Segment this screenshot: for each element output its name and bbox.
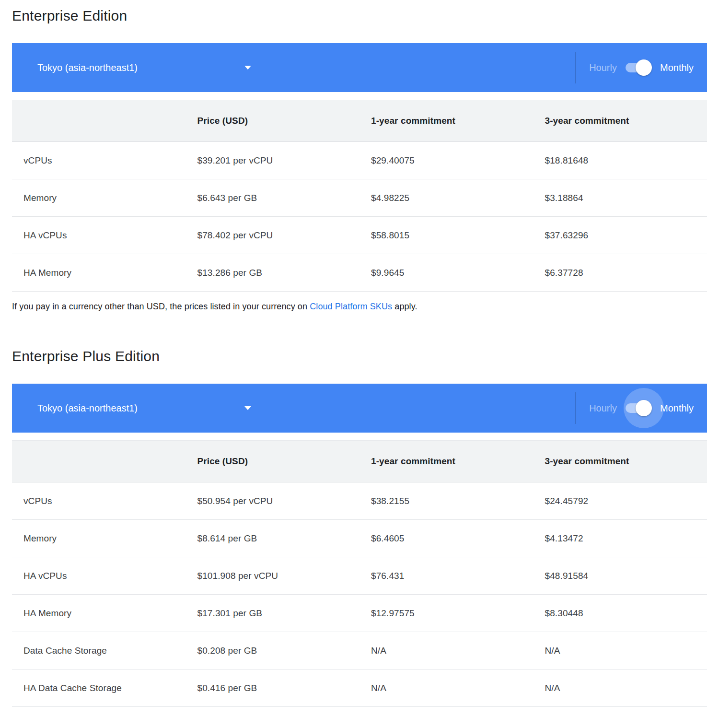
hourly-label[interactable]: Hourly: [589, 403, 617, 414]
row-price: $13.286 per GB: [186, 254, 360, 292]
row-one-year: $38.2155: [360, 482, 533, 520]
billing-period-switch[interactable]: [626, 63, 650, 72]
row-three-year: $6.37728: [533, 254, 707, 292]
footnote-text-after: apply.: [392, 302, 417, 311]
header-one-year: 1-year commitment: [360, 100, 533, 142]
billing-period-toggle-group: Hourly Monthly: [575, 392, 694, 424]
row-price: $17.301 per GB: [186, 595, 360, 632]
row-price: $0.208 per GB: [186, 632, 360, 669]
row-one-year: $9.9645: [360, 254, 533, 292]
table-row: HA vCPUs $78.402 per vCPU $58.8015 $37.6…: [12, 217, 707, 254]
row-label: vCPUs: [12, 482, 186, 520]
billing-period-toggle-group: Hourly Monthly: [575, 52, 694, 83]
row-label: HA Memory: [12, 254, 186, 292]
row-three-year: $18.81648: [533, 142, 707, 179]
row-one-year: $6.4605: [360, 520, 533, 557]
header-three-year: 3-year commitment: [533, 100, 707, 142]
row-one-year: $29.40075: [360, 142, 533, 179]
row-three-year: $37.63296: [533, 217, 707, 254]
row-price: $39.201 per vCPU: [186, 142, 360, 179]
header-three-year: 3-year commitment: [533, 441, 707, 482]
row-one-year: $4.98225: [360, 179, 533, 217]
region-select-value: Tokyo (asia-northeast1): [37, 62, 138, 73]
row-label: HA vCPUs: [12, 557, 186, 595]
row-label: Memory: [12, 179, 186, 217]
row-three-year: $24.45792: [533, 482, 707, 520]
switch-knob: [636, 400, 652, 416]
region-select-value: Tokyo (asia-northeast1): [37, 403, 138, 414]
table-row: vCPUs $50.954 per vCPU $38.2155 $24.4579…: [12, 482, 707, 520]
section-enterprise-plus-edition: Enterprise Plus Edition Tokyo (asia-nort…: [12, 347, 707, 707]
row-price: $0.416 per GB: [186, 669, 360, 707]
row-three-year: $3.18864: [533, 179, 707, 217]
row-price: $8.614 per GB: [186, 520, 360, 557]
row-label: vCPUs: [12, 142, 186, 179]
row-label: HA vCPUs: [12, 217, 186, 254]
row-three-year: $4.13472: [533, 520, 707, 557]
row-one-year: $58.8015: [360, 217, 533, 254]
region-bar: Tokyo (asia-northeast1) Hourly Monthly: [12, 43, 707, 92]
region-select[interactable]: Tokyo (asia-northeast1): [37, 62, 254, 73]
table-row: HA Memory $13.286 per GB $9.9645 $6.3772…: [12, 254, 707, 292]
header-item: [12, 441, 186, 482]
header-price: Price (USD): [186, 100, 360, 142]
section-enterprise-edition: Enterprise Edition Tokyo (asia-northeast…: [12, 7, 707, 313]
cloud-platform-skus-link[interactable]: Cloud Platform SKUs: [310, 302, 392, 311]
table-row: vCPUs $39.201 per vCPU $29.40075 $18.816…: [12, 142, 707, 179]
pricing-table: Price (USD) 1-year commitment 3-year com…: [12, 440, 707, 707]
row-one-year: $12.97575: [360, 595, 533, 632]
table-header-row: Price (USD) 1-year commitment 3-year com…: [12, 441, 707, 482]
section-title: Enterprise Edition: [12, 7, 707, 25]
chevron-down-icon: [244, 406, 251, 410]
row-one-year: N/A: [360, 669, 533, 707]
pricing-table: Price (USD) 1-year commitment 3-year com…: [12, 100, 707, 292]
row-three-year: N/A: [533, 669, 707, 707]
row-price: $50.954 per vCPU: [186, 482, 360, 520]
pricing-page: Enterprise Edition Tokyo (asia-northeast…: [0, 0, 719, 726]
currency-footnote: If you pay in a currency other than USD,…: [12, 300, 707, 313]
row-label: HA Data Cache Storage: [12, 669, 186, 707]
row-price: $101.908 per vCPU: [186, 557, 360, 595]
table-row: Memory $6.643 per GB $4.98225 $3.18864: [12, 179, 707, 217]
table-row: HA vCPUs $101.908 per vCPU $76.431 $48.9…: [12, 557, 707, 595]
chevron-down-icon: [244, 66, 251, 70]
table-row: HA Data Cache Storage $0.416 per GB N/A …: [12, 669, 707, 707]
row-label: Memory: [12, 520, 186, 557]
footnote-text-before: If you pay in a currency other than USD,…: [12, 302, 310, 311]
monthly-label[interactable]: Monthly: [660, 403, 694, 414]
hourly-label[interactable]: Hourly: [589, 62, 617, 73]
header-one-year: 1-year commitment: [360, 441, 533, 482]
region-select[interactable]: Tokyo (asia-northeast1): [37, 403, 254, 414]
monthly-label[interactable]: Monthly: [660, 62, 694, 73]
row-three-year: $8.30448: [533, 595, 707, 632]
row-price: $78.402 per vCPU: [186, 217, 360, 254]
table-header-row: Price (USD) 1-year commitment 3-year com…: [12, 100, 707, 142]
switch-knob: [636, 59, 652, 76]
row-price: $6.643 per GB: [186, 179, 360, 217]
row-three-year: N/A: [533, 632, 707, 669]
table-row: HA Memory $17.301 per GB $12.97575 $8.30…: [12, 595, 707, 632]
header-price: Price (USD): [186, 441, 360, 482]
row-label: Data Cache Storage: [12, 632, 186, 669]
region-bar: Tokyo (asia-northeast1) Hourly Monthly: [12, 384, 707, 433]
row-one-year: N/A: [360, 632, 533, 669]
row-three-year: $48.91584: [533, 557, 707, 595]
billing-period-switch[interactable]: [626, 403, 650, 413]
row-one-year: $76.431: [360, 557, 533, 595]
table-row: Memory $8.614 per GB $6.4605 $4.13472: [12, 520, 707, 557]
row-label: HA Memory: [12, 595, 186, 632]
section-title: Enterprise Plus Edition: [12, 347, 707, 365]
table-row: Data Cache Storage $0.208 per GB N/A N/A: [12, 632, 707, 669]
header-item: [12, 100, 186, 142]
